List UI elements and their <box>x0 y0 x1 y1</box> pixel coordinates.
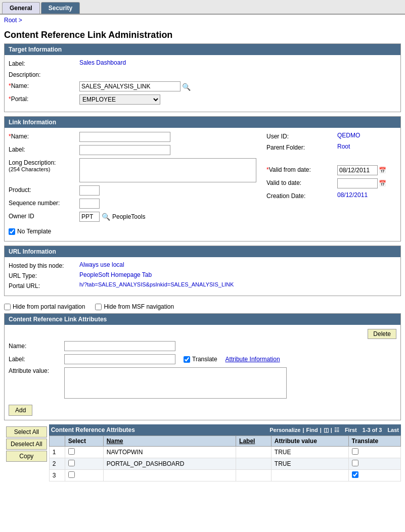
row-attr-value: TRUE <box>271 447 348 458</box>
link-sequence-row: Sequence number: <box>9 199 256 209</box>
page-title: Content Reference Link Administration <box>0 26 405 43</box>
link-product-row: Product: <box>9 185 256 196</box>
attr-name-label: Name: <box>9 343 64 350</box>
url-hosted-label: Hosted by this node: <box>9 261 79 269</box>
attr-section-header: Content Reference Link Attributes <box>5 314 400 325</box>
breadcrumb: Root > <box>0 15 405 26</box>
url-portal-row: Portal URL: h/?tab=SALES_ANALYSIS&psInki… <box>9 281 396 289</box>
attr-value-label: Attribute value: <box>9 367 64 374</box>
breadcrumb-root-link[interactable]: Root <box>4 17 17 24</box>
grid-personalize-link[interactable]: Personalize <box>269 427 300 433</box>
row-name: PORTAL_OP_DASHBOARD <box>103 458 236 470</box>
target-description-row: Description: <box>9 70 396 78</box>
target-name-input[interactable] <box>79 81 181 91</box>
url-type-row: URL Type: PeopleSoft Homepage Tab <box>9 271 396 279</box>
no-template-label: No Template <box>17 228 51 235</box>
grid-controls: Personalize | Find | ◫ | ☷ First 1-3 of … <box>269 427 399 433</box>
link-longdesc-input[interactable] <box>79 158 256 182</box>
grid-find-link[interactable]: Find <box>306 427 318 433</box>
link-product-input[interactable] <box>79 185 100 196</box>
link-validto-row: Valid to date: 📅 <box>266 178 396 188</box>
target-label-row: Label: Sales Dashboard <box>9 59 396 67</box>
attr-label-input[interactable] <box>64 354 175 364</box>
search-icon[interactable]: 🔍 <box>182 83 191 91</box>
grid-section: Select All Deselect All Copy Content Ref… <box>4 424 401 481</box>
nav-check-area: Hide from portal navigation Hide from MS… <box>0 300 405 313</box>
no-template-row: No Template <box>9 228 396 235</box>
row-translate-checkbox[interactable] <box>352 471 358 478</box>
tab-general[interactable]: General <box>2 2 40 14</box>
row-label <box>236 458 272 470</box>
attr-name-input[interactable] <box>64 341 175 351</box>
link-creation-label: Creation Date: <box>266 191 337 200</box>
link-information-section: Link Information *Name: Label: Long Desc… <box>4 116 401 241</box>
calendar-icon-validto[interactable]: 📅 <box>379 180 386 187</box>
attr-label-row: Label: Translate Attribute Information <box>9 354 396 364</box>
hide-portal-label: Hide from portal navigation <box>13 303 85 310</box>
link-label-row: Label: <box>9 145 256 155</box>
hide-msf-checkbox[interactable] <box>95 304 102 310</box>
attr-translate-checkbox[interactable] <box>184 356 190 363</box>
row-translate <box>348 470 400 481</box>
link-owner-input[interactable] <box>79 212 100 222</box>
add-button[interactable]: Add <box>9 405 32 416</box>
attr-label-label: Label: <box>9 356 64 363</box>
link-longdesc-row: Long Description: (254 Characters) <box>9 158 256 182</box>
col-name[interactable]: Name <box>103 436 236 447</box>
grid-first-link[interactable]: First <box>345 427 357 433</box>
target-portal-select[interactable]: EMPLOYEE CUSTOMER SUPPLIER <box>79 94 160 105</box>
row-select-checkbox[interactable] <box>68 471 75 478</box>
col-label[interactable]: Label <box>236 436 272 447</box>
select-all-button[interactable]: Select All <box>6 426 47 438</box>
col-num <box>49 436 65 447</box>
row-translate-checkbox[interactable] <box>352 448 358 455</box>
grid-tbody: 1 NAVTOPWIN TRUE 2 PORTAL_OP_DASHBOARD T… <box>49 447 400 481</box>
link-product-label: Product: <box>9 185 79 194</box>
row-translate-checkbox[interactable] <box>352 460 358 466</box>
attribute-information-link[interactable]: Attribute Information <box>226 356 280 363</box>
grid-view-link[interactable]: ◫ <box>324 427 329 433</box>
tab-security[interactable]: Security <box>41 2 80 14</box>
row-select-cell <box>65 458 103 470</box>
link-parentfolder-value: Root <box>337 143 396 150</box>
grid-last-link[interactable]: Last <box>387 427 399 433</box>
row-select-cell <box>65 470 103 481</box>
owner-search-icon[interactable]: 🔍 <box>102 213 110 221</box>
link-validfrom-row: *Valid from date: 📅 <box>266 165 396 175</box>
url-information-section: URL Information Hosted by this node: Alw… <box>4 246 401 296</box>
row-label <box>236 447 272 458</box>
col-select: Select <box>65 436 103 447</box>
link-sequence-input[interactable] <box>79 199 100 209</box>
row-select-checkbox[interactable] <box>68 448 75 455</box>
attr-value-input[interactable] <box>64 367 287 399</box>
row-attr-value <box>271 470 348 481</box>
delete-button[interactable]: Delete <box>368 329 396 339</box>
link-validfrom-input[interactable] <box>337 165 378 175</box>
row-select-checkbox[interactable] <box>68 460 75 466</box>
link-sequence-label: Sequence number: <box>9 199 79 207</box>
attr-delete-area: Delete <box>9 329 396 339</box>
bottom-left-buttons: Select All Deselect All Copy <box>4 424 49 464</box>
copy-button[interactable]: Copy <box>6 451 47 462</box>
deselect-all-button[interactable]: Deselect All <box>6 439 47 450</box>
url-hosted-row: Hosted by this node: Always use local <box>9 261 396 269</box>
grid-table: Select Name Label Attribute value Transl… <box>49 436 401 481</box>
grid-header: Content Reference Attributes Personalize… <box>49 424 401 436</box>
grid-table-link[interactable]: ☷ <box>334 427 339 433</box>
target-name-value: 🔍 <box>79 81 396 91</box>
link-userid-label: User ID: <box>266 132 337 140</box>
url-portal-label: Portal URL: <box>9 281 79 289</box>
link-validto-input[interactable] <box>337 178 378 188</box>
hide-portal-checkbox[interactable] <box>4 304 11 310</box>
link-parentfolder-label: Parent Folder: <box>266 143 337 151</box>
url-section-body: Hosted by this node: Always use local UR… <box>5 257 400 296</box>
link-label-input[interactable] <box>79 145 170 155</box>
calendar-icon-validfrom[interactable]: 📅 <box>379 167 386 174</box>
link-name-input[interactable] <box>79 132 170 142</box>
target-portal-label: *Portal: <box>9 94 79 103</box>
link-longdesc-label: Long Description: (254 Characters) <box>9 158 79 172</box>
url-hosted-value: Always use local <box>79 261 396 268</box>
col-translate: Translate <box>348 436 400 447</box>
link-owner-value: 🔍 PeopleTools <box>79 212 145 222</box>
no-template-checkbox[interactable] <box>9 228 15 235</box>
